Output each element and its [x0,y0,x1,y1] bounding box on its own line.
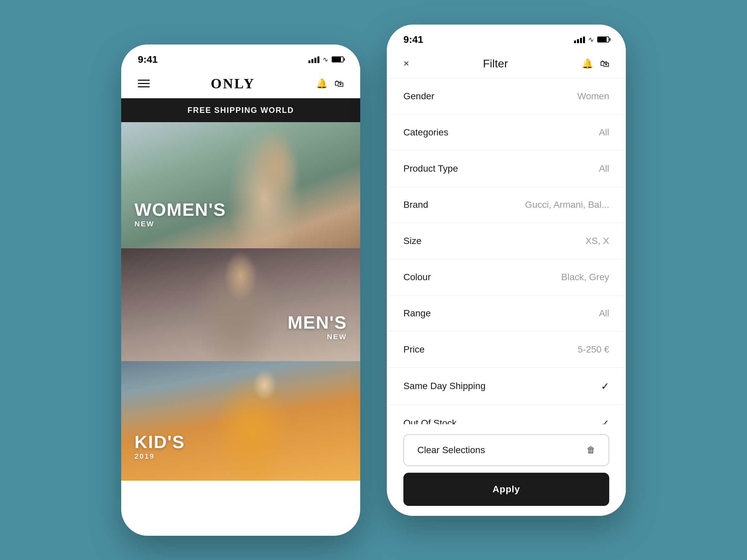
battery-icon [332,56,344,62]
status-bar-right: 9:41 ∿ [387,25,626,50]
product-card-women[interactable]: WOMEN'S NEW [121,122,360,248]
clear-button-label: Clear Selections [417,445,485,455]
filter-row-categories[interactable]: Categories All [387,114,626,151]
header-icons: 🔔 🛍 [316,78,344,89]
filter-row-same-day[interactable]: Same Day Shipping ✓ [387,368,626,405]
men-title: MEN'S [287,312,347,332]
filter-value-size: XS, X [585,236,609,246]
filter-label-price: Price [403,344,424,355]
signal-icon [308,56,319,63]
app-logo: ONLY [211,76,255,91]
filter-row-colour[interactable]: Colour Black, Grey [387,259,626,295]
filter-value-range: All [599,308,609,319]
filter-label-size: Size [403,236,421,246]
women-title: WOMEN'S [134,199,226,220]
phone-right: 9:41 ∿ × Filter [387,25,626,516]
filter-cart-icon[interactable]: 🛍 [600,58,609,69]
filter-label-product-type: Product Type [403,163,458,174]
women-subtitle: NEW [134,220,226,229]
filter-label-brand: Brand [403,199,428,210]
filter-row-gender[interactable]: Gender Women [387,78,626,114]
wifi-icon-right: ∿ [588,35,594,44]
cart-icon[interactable]: 🛍 [334,78,344,89]
clear-selections-button[interactable]: Clear Selections 🗑 [403,434,609,466]
filter-notification-icon[interactable]: 🔔 [582,58,593,69]
filter-row-brand[interactable]: Brand Gucci, Armani, Bal... [387,187,626,223]
filter-row-size[interactable]: Size XS, X [387,223,626,259]
app-header: ONLY 🔔 🛍 [121,70,360,98]
filter-value-gender: Women [577,91,609,102]
filter-label-out-of-stock: Out Of Stock [403,418,457,424]
men-label: MEN'S NEW [287,312,347,341]
filter-row-price[interactable]: Price 5-250 € [387,331,626,368]
filter-check-out-of-stock: ✓ [601,418,609,424]
notification-icon[interactable]: 🔔 [316,78,328,89]
filter-value-categories: All [599,127,609,138]
filter-value-brand: Gucci, Armani, Bal... [525,199,609,210]
filter-value-product-type: All [599,163,609,174]
product-card-kids[interactable]: KID'S 2019 [121,361,360,481]
filter-row-range[interactable]: Range All [387,295,626,331]
phone-left: 9:41 ∿ [121,45,360,536]
men-subtitle: NEW [287,332,347,341]
trash-icon: 🗑 [587,445,595,455]
filter-check-same-day: ✓ [601,380,609,392]
filter-label-range: Range [403,308,431,319]
filter-label-categories: Categories [403,127,448,138]
time-left: 9:41 [138,54,158,65]
filter-header-icons: 🔔 🛍 [582,58,609,69]
product-card-men[interactable]: MEN'S NEW [121,248,360,361]
shipping-banner: FREE SHIPPING WORLD [121,98,360,122]
filter-title: Filter [483,57,508,70]
filter-label-same-day: Same Day Shipping [403,381,485,391]
signal-icon-right [574,36,585,43]
kids-subtitle: 2019 [134,452,185,461]
time-right: 9:41 [403,34,423,45]
filter-row-out-of-stock[interactable]: Out Of Stock ✓ [387,405,626,424]
status-icons-right: ∿ [574,35,609,44]
menu-button[interactable] [138,80,150,87]
kids-label: KID'S 2019 [134,431,185,461]
status-icons-left: ∿ [308,55,344,63]
filter-value-price: 5-250 € [578,344,609,355]
apply-button[interactable]: Apply [403,473,609,506]
phones-container: 9:41 ∿ [121,25,626,536]
filter-label-gender: Gender [403,91,434,102]
women-label: WOMEN'S NEW [134,199,226,229]
filter-row-product-type[interactable]: Product Type All [387,151,626,187]
filter-header: × Filter 🔔 🛍 [387,50,626,78]
status-bar-left: 9:41 ∿ [121,45,360,70]
battery-icon-right [597,36,609,43]
kids-title: KID'S [134,431,185,452]
filter-label-colour: Colour [403,272,431,283]
filter-list: Gender Women Categories All Product Type… [387,78,626,424]
close-button[interactable]: × [403,58,409,69]
filter-value-colour: Black, Grey [561,272,609,283]
wifi-icon: ∿ [323,55,328,63]
filter-footer: Clear Selections 🗑 Apply [387,424,626,516]
